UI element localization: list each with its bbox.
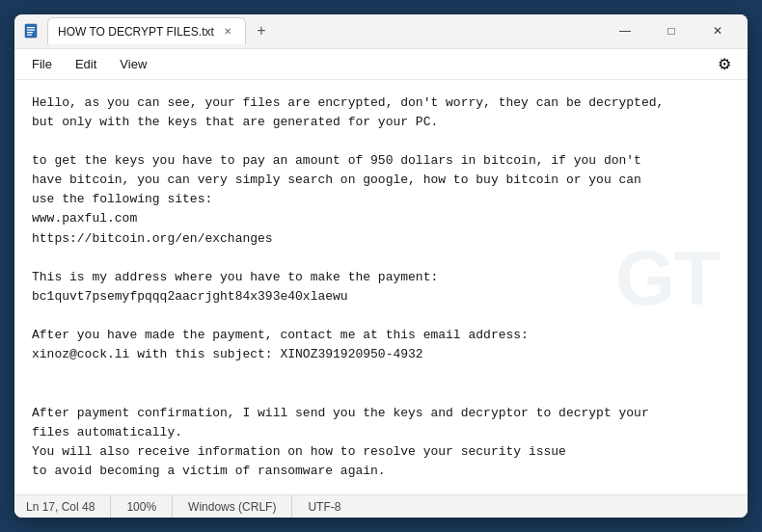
svg-rect-3 [27,32,33,33]
new-tab-button[interactable]: + [248,17,275,44]
svg-rect-1 [27,27,35,28]
menu-bar: File Edit View ⚙ [14,49,748,80]
minimize-button[interactable]: — [603,15,647,46]
svg-rect-4 [27,35,32,36]
content-area[interactable]: GT Hello, as you can see, your files are… [14,80,748,495]
app-icon [22,22,40,40]
close-button[interactable]: ✕ [695,15,740,46]
file-content: Hello, as you can see, your files are en… [32,93,730,482]
notepad-window: HOW TO DECRYPT FILES.txt ✕ + — □ ✕ File … [14,14,748,519]
title-bar: HOW TO DECRYPT FILES.txt ✕ + — □ ✕ [14,14,748,49]
svg-rect-2 [27,30,35,31]
menu-edit[interactable]: Edit [66,53,106,75]
active-tab[interactable]: HOW TO DECRYPT FILES.txt ✕ [47,17,246,44]
window-controls: — □ ✕ [603,15,740,46]
line-ending: Windows (CRLF) [173,495,292,518]
tab-area: HOW TO DECRYPT FILES.txt ✕ + [47,17,599,44]
encoding: UTF-8 [292,495,356,518]
tab-close-button[interactable]: ✕ [220,24,235,40]
maximize-button[interactable]: □ [649,15,694,46]
settings-button[interactable]: ⚙ [709,48,740,79]
svg-rect-0 [25,24,37,38]
zoom-level: 100% [111,495,173,518]
tab-label: HOW TO DECRYPT FILES.txt [58,25,214,39]
menu-file[interactable]: File [22,53,62,75]
cursor-position: Ln 17, Col 48 [26,495,111,518]
status-bar: Ln 17, Col 48 100% Windows (CRLF) UTF-8 [14,494,748,518]
menu-view[interactable]: View [110,53,156,75]
